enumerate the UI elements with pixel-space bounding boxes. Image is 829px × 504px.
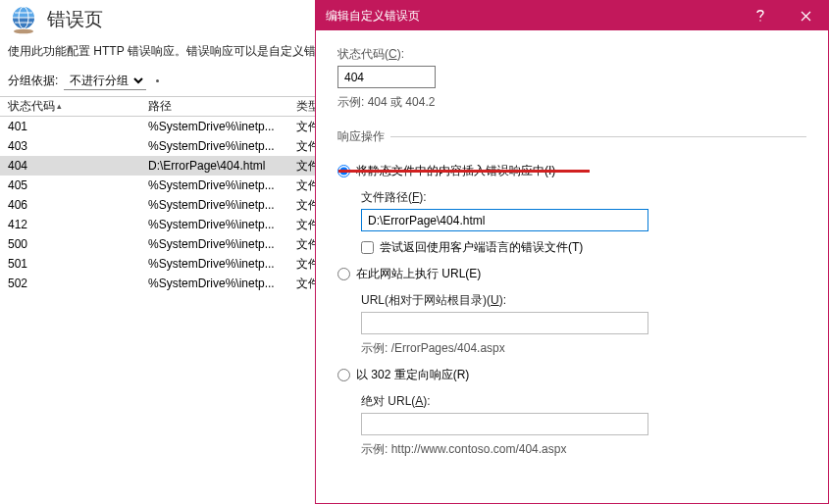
cell-path: %SystemDrive%\inetp... (148, 277, 290, 290)
group-by-label: 分组依据: (8, 73, 58, 89)
radio-302-redirect-input[interactable] (337, 369, 350, 381)
status-code-label: 状态代码(C): (337, 46, 806, 63)
radio-302-redirect[interactable]: 以 302 重定向响应(R) (337, 367, 806, 383)
iis-globe-icon (8, 4, 39, 35)
help-button[interactable] (738, 1, 783, 30)
cell-path: %SystemDrive%\inetp... (148, 139, 290, 153)
cell-path: D:\ErrorPage\404.html (148, 159, 290, 173)
relative-url-input (361, 312, 648, 334)
page-title: 错误页 (47, 7, 103, 32)
cell-status-code: 403 (6, 139, 148, 153)
sort-asc-icon: ▴ (57, 101, 62, 111)
column-header-status-code[interactable]: 状态代码▴ (6, 98, 148, 115)
column-header-path[interactable]: 路径 (148, 98, 290, 115)
radio-execute-url-input[interactable] (337, 268, 350, 280)
svg-point-2 (14, 29, 33, 34)
cell-path: %SystemDrive%\inetp... (148, 178, 290, 192)
group-by-select[interactable]: 不进行分组 (64, 72, 146, 90)
relative-url-label: URL(相对于网站根目录)(U): (361, 292, 806, 309)
cell-path: %SystemDrive%\inetp... (148, 198, 290, 212)
cell-status-code: 401 (6, 120, 148, 133)
client-language-checkbox[interactable]: 尝试返回使用客户端语言的错误文件(T) (361, 239, 806, 256)
close-button[interactable] (783, 1, 828, 30)
cell-status-code: 500 (6, 237, 148, 251)
radio-execute-url[interactable]: 在此网站上执行 URL(E) (337, 266, 806, 282)
cell-status-code: 412 (6, 218, 148, 231)
response-action-legend: 响应操作 (337, 128, 390, 145)
absolute-url-example: 示例: http://www.contoso.com/404.aspx (361, 441, 806, 458)
cell-path: %SystemDrive%\inetp... (148, 120, 290, 133)
cell-path: %SystemDrive%\inetp... (148, 237, 290, 251)
absolute-url-label: 绝对 URL(A): (361, 393, 806, 410)
client-language-checkbox-input[interactable] (361, 241, 374, 254)
cell-path: %SystemDrive%\inetp... (148, 218, 290, 231)
svg-point-3 (759, 20, 760, 21)
cell-status-code: 404 (6, 159, 148, 173)
status-code-example: 示例: 404 或 404.2 (337, 94, 806, 111)
file-path-label: 文件路径(F): (361, 189, 806, 206)
status-code-input[interactable] (337, 66, 436, 88)
file-path-input[interactable] (361, 209, 648, 231)
dialog-title: 编辑自定义错误页 (326, 8, 738, 25)
dialog-titlebar: 编辑自定义错误页 (316, 1, 828, 30)
dialog-body: 状态代码(C): 示例: 404 或 404.2 响应操作 将静态文件中的内容插… (316, 30, 828, 468)
response-action-group: 响应操作 将静态文件中的内容插入错误响应中(I) 文件路径(F): 尝试返回使用… (337, 128, 806, 468)
cell-status-code: 406 (6, 198, 148, 212)
cell-status-code: 502 (6, 277, 148, 290)
cell-status-code: 501 (6, 257, 148, 271)
cell-path: %SystemDrive%\inetp... (148, 257, 290, 271)
group-dot-icon (156, 79, 159, 82)
cell-status-code: 405 (6, 178, 148, 192)
relative-url-example: 示例: /ErrorPages/404.aspx (361, 340, 806, 357)
annotation-underline (338, 170, 590, 173)
edit-custom-error-dialog: 编辑自定义错误页 状态代码(C): 示例: 404 或 404.2 响应操作 将… (315, 0, 829, 504)
absolute-url-input (361, 413, 648, 435)
